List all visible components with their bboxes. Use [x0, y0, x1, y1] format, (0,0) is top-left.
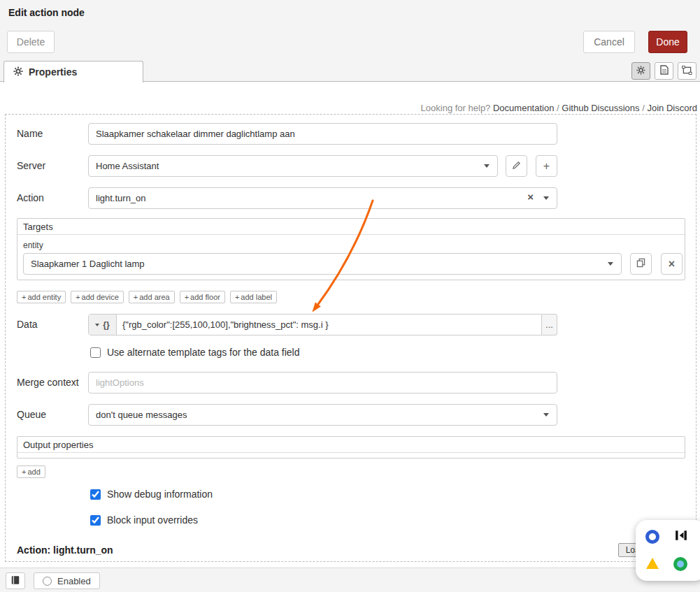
alternate-tags-label: Use alternate template tags for the data…: [107, 347, 300, 358]
plus-icon: +: [22, 293, 26, 301]
help-prefix: Looking for help?: [421, 103, 491, 113]
data-label: Data: [17, 314, 38, 335]
tab-properties-label: Properties: [29, 66, 77, 78]
copy-entity-button[interactable]: [630, 253, 652, 275]
output-properties-title: Output properties: [17, 437, 685, 453]
pencil-icon: [512, 160, 521, 173]
description-tab-button[interactable]: [655, 62, 673, 80]
plus-icon: +: [76, 293, 80, 301]
book-icon: [10, 575, 20, 587]
targets-title: Targets: [17, 219, 685, 235]
server-label: Server: [17, 155, 45, 177]
name-label: Name: [17, 123, 43, 145]
expand-data-button[interactable]: ...: [542, 314, 557, 335]
close-icon: ×: [669, 258, 675, 270]
app-icon-yellow-triangle[interactable]: [646, 558, 659, 569]
clear-action-icon[interactable]: ×: [527, 191, 534, 203]
copy-icon: [636, 258, 645, 270]
settings-tab-button[interactable]: [631, 62, 650, 80]
block-overrides-checkbox[interactable]: [90, 515, 101, 526]
data-type-select-button[interactable]: {}: [89, 315, 117, 335]
entity-select[interactable]: Slaapkamer 1 Daglicht lamp: [23, 253, 622, 275]
action-summary: Action: light.turn_on: [17, 544, 113, 556]
document-icon: [660, 65, 669, 77]
add-area-button[interactable]: +add area: [129, 291, 175, 303]
merge-context-label: Merge context: [17, 372, 79, 394]
queue-label: Queue: [17, 404, 46, 426]
dialog-title: Edit action node: [8, 7, 85, 18]
add-label-button[interactable]: +add label: [230, 291, 277, 303]
tab-properties[interactable]: Properties: [3, 61, 143, 82]
library-button[interactable]: [6, 572, 25, 589]
documentation-link[interactable]: Documentation: [493, 103, 554, 113]
app-icon-blue-ring[interactable]: [645, 530, 659, 544]
add-entity-button[interactable]: +add entity: [17, 291, 66, 303]
gear-icon: [13, 66, 23, 78]
remove-entity-button[interactable]: ×: [661, 253, 683, 275]
action-label: Action: [17, 187, 44, 209]
show-debug-row: Show debug information: [90, 489, 213, 500]
show-debug-label: Show debug information: [107, 489, 213, 500]
cancel-button[interactable]: Cancel: [583, 31, 635, 53]
plus-icon: +: [185, 293, 189, 301]
enabled-toggle-button[interactable]: Enabled: [34, 572, 100, 589]
appearance-tab-button[interactable]: [678, 62, 697, 80]
app-icon-black[interactable]: [675, 529, 687, 544]
data-typed-input: {}: [88, 314, 542, 335]
alternate-tags-row: Use alternate template tags for the data…: [90, 347, 300, 358]
caret-down-icon: [95, 324, 99, 326]
entity-label: entity: [23, 240, 43, 250]
plus-icon: +: [134, 293, 138, 301]
output-properties-group: Output properties: [17, 436, 685, 459]
show-debug-checkbox[interactable]: [90, 489, 101, 500]
server-select[interactable]: Home Assistant: [88, 155, 498, 177]
action-input[interactable]: [88, 187, 557, 209]
block-overrides-row: Block input overrides: [90, 514, 198, 526]
app-launcher-card: [636, 520, 700, 581]
target-add-buttons: +add entity +add device +add area +add f…: [17, 291, 277, 303]
help-separator: /: [557, 103, 559, 113]
plus-icon: +: [543, 160, 550, 173]
plus-icon: +: [22, 468, 26, 476]
block-overrides-label: Block input overrides: [107, 514, 198, 526]
github-discussions-link[interactable]: Github Discussions: [562, 103, 639, 113]
add-device-button[interactable]: +add device: [71, 291, 124, 303]
frame-icon: [682, 66, 692, 77]
circle-icon: [43, 577, 52, 586]
targets-group: Targets entity Slaapkamer 1 Daglicht lam…: [17, 218, 685, 280]
help-links: Looking for help? Documentation / Github…: [421, 103, 697, 113]
edit-server-button[interactable]: [506, 155, 527, 177]
done-button[interactable]: Done: [648, 31, 687, 53]
merge-context-input[interactable]: [88, 372, 557, 394]
delete-button[interactable]: Delete: [7, 31, 55, 53]
help-separator: /: [642, 103, 645, 113]
action-combobox[interactable]: ×: [88, 187, 557, 209]
add-floor-button[interactable]: +add floor: [180, 291, 225, 303]
add-output-property-button[interactable]: +add: [17, 465, 45, 478]
alternate-tags-checkbox[interactable]: [90, 347, 101, 358]
add-server-button[interactable]: +: [536, 155, 557, 177]
gear-icon: [636, 66, 645, 77]
app-icon-green-circle[interactable]: [673, 557, 687, 571]
join-discord-link[interactable]: Join Discord: [647, 103, 697, 113]
enabled-label: Enabled: [57, 576, 91, 586]
dialog-footer-bar: Enabled: [0, 568, 700, 592]
edit-action-node-dialog: Edit action node Delete Cancel Done Prop…: [0, 0, 700, 592]
queue-select[interactable]: don't queue messages: [88, 404, 557, 426]
data-input[interactable]: [117, 315, 541, 335]
json-type-icon: {}: [103, 320, 109, 330]
plus-icon: +: [235, 293, 239, 301]
name-input[interactable]: [88, 123, 557, 145]
